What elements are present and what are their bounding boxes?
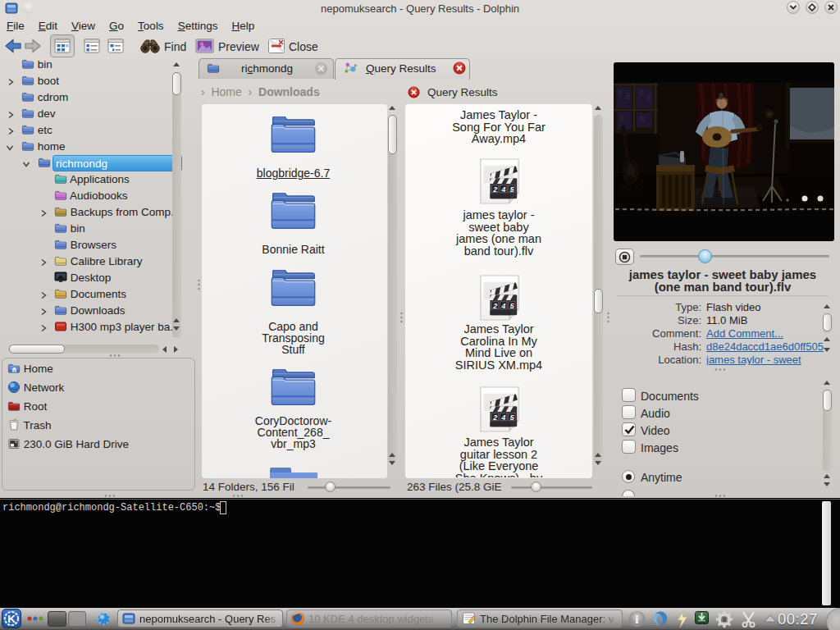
- svg-text:i: i: [635, 612, 639, 626]
- svg-text:K: K: [7, 613, 16, 625]
